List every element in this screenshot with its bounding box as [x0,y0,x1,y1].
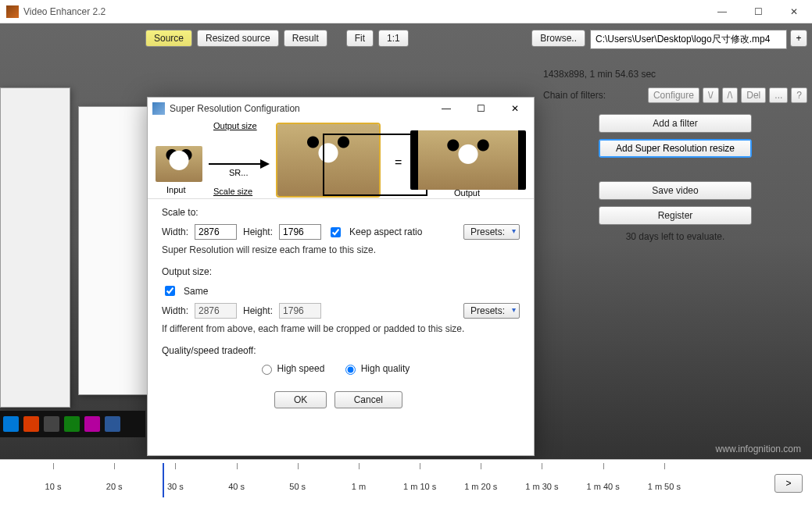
output-heading: Output size: [162,266,520,277]
add-file-button[interactable]: + [790,30,807,47]
main-area: Source Resized source Result Fit 1:1 Bro… [0,23,812,459]
more-button[interactable]: ... [769,87,788,103]
tick-label: 1 m 30 s [525,482,558,491]
configure-button[interactable]: Configure [648,87,699,103]
tick [481,463,481,469]
tick-label: 20 s [106,482,123,491]
top-toolbar: Source Resized source Result Fit 1:1 Bro… [0,23,812,64]
scale-height-input[interactable] [279,224,321,240]
timeline[interactable]: 10 s20 s30 s40 s50 s1 m1 m 10 s1 m 20 s1… [0,459,812,506]
tick-label: 1 m [352,482,366,491]
fit-button[interactable]: Fit [346,30,374,47]
help-button[interactable]: ? [791,87,807,103]
output-size-label: Output size [213,121,257,130]
tick [298,463,299,469]
tick-label: 30 s [167,482,184,491]
scale-heading: Scale to: [162,207,520,218]
tick-label: 1 m 20 s [464,482,497,491]
delete-button[interactable]: Del [741,87,766,103]
result-button[interactable]: Result [284,30,327,47]
scale-width-input[interactable] [195,224,237,240]
tick-label: 10 s [45,482,62,491]
demo-area: = Output size SR... Scale size Input Out… [148,119,534,199]
quality-heading: Quality/speed tradeoff: [162,345,520,356]
save-video-button[interactable]: Save video [599,181,752,200]
out-height-label: Height: [243,305,273,316]
tick [542,463,542,469]
tick [359,463,359,469]
tick [664,463,665,469]
browse-button[interactable]: Browse.. [531,30,585,47]
tick [420,463,420,469]
app-title: Video Enhancer 2.2 [23,6,704,17]
cancel-button[interactable]: Cancel [334,391,402,408]
ok-button[interactable]: OK [274,391,327,408]
sr-config-dialog: Super Resolution Configuration — ☐ ✕ = O… [147,97,535,456]
width-label: Width: [162,226,188,237]
source-button[interactable]: Source [145,30,192,47]
tick-label: 1 m 10 s [403,482,436,491]
minimize-button[interactable]: — [704,0,740,23]
background-window [0,87,70,408]
tick-label: 1 m 40 s [587,482,620,491]
titlebar: Video Enhancer 2.2 — ☐ ✕ [0,0,812,23]
timeline-ruler[interactable]: 10 s20 s30 s40 s50 s1 m1 m 10 s1 m 20 s1… [6,463,765,479]
maximize-button[interactable]: ☐ [740,0,776,23]
tick [237,463,238,469]
dialog-title: Super Resolution Configuration [170,103,432,114]
app-icon [6,5,19,18]
input-label: Input [166,185,185,194]
keep-aspect-label: Keep aspect ratio [349,226,422,237]
dialog-maximize-button[interactable]: ☐ [467,103,495,114]
high-speed-radio[interactable]: High speed [258,362,325,375]
same-checkbox[interactable] [165,286,175,296]
tick-label: 50 s [289,482,306,491]
scale-note: Super Resolution will resize each frame … [162,244,520,255]
dialog-minimize-button[interactable]: — [432,103,460,114]
play-button[interactable]: > [774,474,803,493]
output-label: Output [454,188,480,198]
dialog-icon [152,102,165,115]
arrow-icon [209,163,268,165]
high-quality-radio[interactable]: High quality [342,362,410,375]
timeline-cursor[interactable] [163,463,164,497]
tick [175,463,176,469]
demo-output-image [410,130,526,190]
chain-label: Chain of filters: [543,90,606,101]
scale-size-label: Scale size [213,187,252,196]
add-filter-button[interactable]: Add a filter [599,114,752,133]
output-presets-dropdown[interactable]: Presets: [463,303,520,319]
move-down-button[interactable]: \/ [703,87,719,103]
scale-presets-dropdown[interactable]: Presets: [463,224,520,240]
register-button[interactable]: Register [599,206,752,225]
close-button[interactable]: ✕ [776,0,812,23]
height-label: Height: [243,226,273,237]
output-width-input [195,303,237,319]
background-window [78,106,148,395]
file-path-input[interactable]: C:\Users\User\Desktop\logo尺寸修改.mp4 [590,30,787,49]
tick [114,463,115,469]
dialog-close-button[interactable]: ✕ [501,103,529,114]
tick [53,463,54,469]
add-sr-resize-button[interactable]: Add Super Resolution resize [599,139,752,158]
resized-source-button[interactable]: Resized source [197,30,279,47]
out-width-label: Width: [162,305,188,316]
background-taskbar [0,411,145,437]
right-panel: 1438x898, 1 min 54.63 sec Chain of filte… [543,69,807,242]
website-url: www.infognition.com [716,444,801,454]
tick-label: 40 s [228,482,245,491]
output-height-input [279,303,321,319]
demo-input-image [156,146,202,182]
tick [603,463,604,469]
output-note: If different from above, each frame will… [162,323,520,334]
video-info: 1438x898, 1 min 54.63 sec [543,69,807,80]
same-label: Same [184,286,208,297]
demo-scaled-image [277,124,379,196]
tick-label: 1 m 50 s [648,482,681,491]
one-to-one-button[interactable]: 1:1 [378,30,409,47]
evaluation-text: 30 days left to evaluate. [543,231,807,242]
move-up-button[interactable]: /\ [722,87,739,103]
equals-label: = [395,155,402,169]
keep-aspect-checkbox[interactable] [331,227,341,237]
sr-label: SR... [229,168,248,177]
